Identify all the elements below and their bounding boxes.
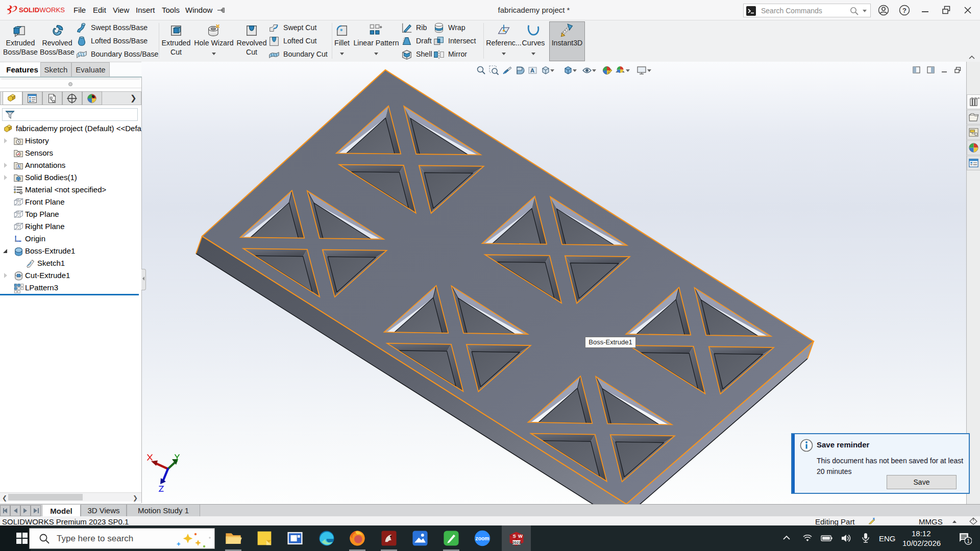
svg-text:2023: 2023 [512,540,521,545]
svg-text:A: A [530,67,534,73]
svg-text:S: S [512,534,516,539]
svg-text:W: W [518,534,523,539]
svg-text:zoom: zoom [476,536,489,541]
svg-text:1: 1 [967,538,970,544]
svg-text:A: A [17,164,20,169]
svg-text:?: ? [902,7,906,14]
svg-text:SOLIDWORKS: SOLIDWORKS [19,6,65,14]
